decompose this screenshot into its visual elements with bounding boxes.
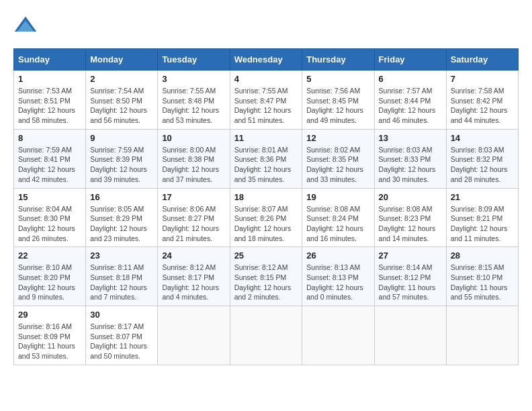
calendar-cell: 19Sunrise: 8:08 AM Sunset: 8:24 PM Dayli… bbox=[302, 188, 374, 247]
day-number: 11 bbox=[234, 133, 298, 143]
day-number: 1 bbox=[18, 74, 81, 84]
calendar-table: SundayMondayTuesdayWednesdayThursdayFrid… bbox=[13, 48, 519, 365]
logo bbox=[13, 13, 40, 38]
day-info: Sunrise: 8:03 AM Sunset: 8:33 PM Dayligh… bbox=[379, 145, 442, 185]
calendar-cell: 4Sunrise: 7:55 AM Sunset: 8:47 PM Daylig… bbox=[230, 71, 302, 130]
calendar-cell: 23Sunrise: 8:11 AM Sunset: 8:18 PM Dayli… bbox=[86, 247, 158, 306]
day-number: 30 bbox=[90, 310, 153, 320]
calendar-week-5: 29Sunrise: 8:16 AM Sunset: 8:09 PM Dayli… bbox=[14, 306, 519, 365]
calendar-cell: 27Sunrise: 8:14 AM Sunset: 8:12 PM Dayli… bbox=[374, 247, 446, 306]
day-number: 8 bbox=[18, 133, 81, 143]
calendar-week-1: 1Sunrise: 7:53 AM Sunset: 8:51 PM Daylig… bbox=[14, 71, 519, 130]
day-number: 10 bbox=[162, 133, 225, 143]
day-info: Sunrise: 7:56 AM Sunset: 8:45 PM Dayligh… bbox=[306, 86, 369, 126]
day-number: 9 bbox=[90, 133, 153, 143]
day-number: 23 bbox=[90, 250, 153, 261]
page-header bbox=[13, 13, 519, 38]
column-header-saturday: Saturday bbox=[446, 49, 518, 71]
day-number: 2 bbox=[90, 74, 153, 84]
calendar-cell: 3Sunrise: 7:55 AM Sunset: 8:48 PM Daylig… bbox=[158, 71, 230, 130]
calendar-week-2: 8Sunrise: 7:59 AM Sunset: 8:41 PM Daylig… bbox=[14, 129, 519, 188]
day-number: 6 bbox=[379, 74, 442, 84]
day-number: 15 bbox=[18, 192, 81, 202]
calendar-cell bbox=[374, 306, 446, 365]
day-number: 4 bbox=[234, 74, 298, 84]
day-number: 14 bbox=[451, 133, 514, 143]
calendar-week-4: 22Sunrise: 8:10 AM Sunset: 8:20 PM Dayli… bbox=[14, 247, 519, 306]
calendar-cell: 14Sunrise: 8:03 AM Sunset: 8:32 PM Dayli… bbox=[446, 129, 518, 188]
day-info: Sunrise: 8:08 AM Sunset: 8:23 PM Dayligh… bbox=[379, 204, 442, 244]
calendar-cell: 7Sunrise: 7:58 AM Sunset: 8:42 PM Daylig… bbox=[446, 71, 518, 130]
calendar-cell bbox=[230, 306, 302, 365]
calendar-cell: 22Sunrise: 8:10 AM Sunset: 8:20 PM Dayli… bbox=[14, 247, 86, 306]
calendar-cell: 20Sunrise: 8:08 AM Sunset: 8:23 PM Dayli… bbox=[374, 188, 446, 247]
day-info: Sunrise: 8:03 AM Sunset: 8:32 PM Dayligh… bbox=[451, 145, 514, 185]
day-number: 20 bbox=[379, 192, 442, 202]
day-number: 7 bbox=[451, 74, 514, 84]
day-info: Sunrise: 8:15 AM Sunset: 8:10 PM Dayligh… bbox=[451, 263, 514, 302]
column-header-friday: Friday bbox=[374, 49, 446, 71]
day-number: 18 bbox=[234, 192, 298, 202]
calendar-cell: 10Sunrise: 8:00 AM Sunset: 8:38 PM Dayli… bbox=[158, 129, 230, 188]
day-info: Sunrise: 8:08 AM Sunset: 8:24 PM Dayligh… bbox=[306, 204, 369, 244]
column-header-thursday: Thursday bbox=[302, 49, 374, 71]
calendar-cell: 6Sunrise: 7:57 AM Sunset: 8:44 PM Daylig… bbox=[374, 71, 446, 130]
day-number: 17 bbox=[162, 192, 225, 202]
day-number: 22 bbox=[18, 250, 81, 261]
day-info: Sunrise: 8:05 AM Sunset: 8:29 PM Dayligh… bbox=[90, 204, 153, 244]
day-info: Sunrise: 7:53 AM Sunset: 8:51 PM Dayligh… bbox=[18, 86, 81, 126]
calendar-cell: 26Sunrise: 8:13 AM Sunset: 8:13 PM Dayli… bbox=[302, 247, 374, 306]
day-info: Sunrise: 8:01 AM Sunset: 8:36 PM Dayligh… bbox=[234, 145, 298, 185]
calendar-cell: 25Sunrise: 8:12 AM Sunset: 8:15 PM Dayli… bbox=[230, 247, 302, 306]
calendar-cell: 16Sunrise: 8:05 AM Sunset: 8:29 PM Dayli… bbox=[86, 188, 158, 247]
calendar-cell: 28Sunrise: 8:15 AM Sunset: 8:10 PM Dayli… bbox=[446, 247, 518, 306]
calendar-cell: 11Sunrise: 8:01 AM Sunset: 8:36 PM Dayli… bbox=[230, 129, 302, 188]
day-info: Sunrise: 8:11 AM Sunset: 8:18 PM Dayligh… bbox=[90, 263, 153, 302]
day-number: 19 bbox=[306, 192, 369, 202]
day-info: Sunrise: 7:54 AM Sunset: 8:50 PM Dayligh… bbox=[90, 86, 153, 126]
calendar-cell: 12Sunrise: 8:02 AM Sunset: 8:35 PM Dayli… bbox=[302, 129, 374, 188]
calendar-cell: 30Sunrise: 8:17 AM Sunset: 8:07 PM Dayli… bbox=[86, 306, 158, 365]
column-header-monday: Monday bbox=[86, 49, 158, 71]
calendar-cell: 5Sunrise: 7:56 AM Sunset: 8:45 PM Daylig… bbox=[302, 71, 374, 130]
day-info: Sunrise: 8:04 AM Sunset: 8:30 PM Dayligh… bbox=[18, 204, 81, 244]
day-number: 16 bbox=[90, 192, 153, 202]
day-info: Sunrise: 7:59 AM Sunset: 8:41 PM Dayligh… bbox=[18, 145, 81, 185]
day-info: Sunrise: 8:12 AM Sunset: 8:17 PM Dayligh… bbox=[162, 263, 225, 302]
day-info: Sunrise: 7:55 AM Sunset: 8:48 PM Dayligh… bbox=[162, 86, 225, 126]
day-info: Sunrise: 8:17 AM Sunset: 8:07 PM Dayligh… bbox=[90, 322, 153, 361]
day-info: Sunrise: 8:16 AM Sunset: 8:09 PM Dayligh… bbox=[18, 322, 81, 361]
day-number: 12 bbox=[306, 133, 369, 143]
day-number: 29 bbox=[18, 310, 81, 320]
day-number: 25 bbox=[234, 250, 298, 261]
day-info: Sunrise: 7:57 AM Sunset: 8:44 PM Dayligh… bbox=[379, 86, 442, 126]
day-info: Sunrise: 7:55 AM Sunset: 8:47 PM Dayligh… bbox=[234, 86, 298, 126]
calendar-cell: 17Sunrise: 8:06 AM Sunset: 8:27 PM Dayli… bbox=[158, 188, 230, 247]
calendar-cell: 15Sunrise: 8:04 AM Sunset: 8:30 PM Dayli… bbox=[14, 188, 86, 247]
calendar-cell bbox=[446, 306, 518, 365]
day-info: Sunrise: 8:13 AM Sunset: 8:13 PM Dayligh… bbox=[306, 263, 369, 302]
calendar-cell: 8Sunrise: 7:59 AM Sunset: 8:41 PM Daylig… bbox=[14, 129, 86, 188]
calendar-cell: 9Sunrise: 7:59 AM Sunset: 8:39 PM Daylig… bbox=[86, 129, 158, 188]
day-info: Sunrise: 7:58 AM Sunset: 8:42 PM Dayligh… bbox=[451, 86, 514, 126]
calendar-cell bbox=[302, 306, 374, 365]
day-number: 13 bbox=[379, 133, 442, 143]
day-number: 28 bbox=[451, 250, 514, 261]
day-number: 3 bbox=[162, 74, 225, 84]
calendar-cell: 29Sunrise: 8:16 AM Sunset: 8:09 PM Dayli… bbox=[14, 306, 86, 365]
day-info: Sunrise: 8:10 AM Sunset: 8:20 PM Dayligh… bbox=[18, 263, 81, 302]
calendar-cell: 24Sunrise: 8:12 AM Sunset: 8:17 PM Dayli… bbox=[158, 247, 230, 306]
day-info: Sunrise: 8:06 AM Sunset: 8:27 PM Dayligh… bbox=[162, 204, 225, 244]
day-info: Sunrise: 8:00 AM Sunset: 8:38 PM Dayligh… bbox=[162, 145, 225, 185]
day-info: Sunrise: 7:59 AM Sunset: 8:39 PM Dayligh… bbox=[90, 145, 153, 185]
calendar-week-3: 15Sunrise: 8:04 AM Sunset: 8:30 PM Dayli… bbox=[14, 188, 519, 247]
logo-icon bbox=[13, 13, 38, 38]
calendar-cell: 13Sunrise: 8:03 AM Sunset: 8:33 PM Dayli… bbox=[374, 129, 446, 188]
day-number: 5 bbox=[306, 74, 369, 84]
day-info: Sunrise: 8:09 AM Sunset: 8:21 PM Dayligh… bbox=[451, 204, 514, 244]
day-info: Sunrise: 8:02 AM Sunset: 8:35 PM Dayligh… bbox=[306, 145, 369, 185]
calendar-cell: 1Sunrise: 7:53 AM Sunset: 8:51 PM Daylig… bbox=[14, 71, 86, 130]
day-number: 24 bbox=[162, 250, 225, 261]
column-header-wednesday: Wednesday bbox=[230, 49, 302, 71]
column-header-sunday: Sunday bbox=[14, 49, 86, 71]
